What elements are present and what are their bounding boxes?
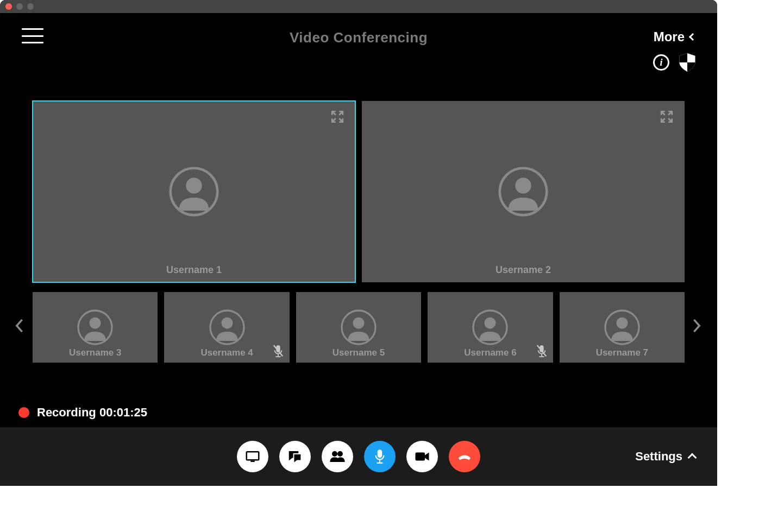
thumbnail-row: Username 3 Username 4 — [33, 292, 685, 363]
video-tile-small[interactable]: Username 5 — [296, 292, 421, 363]
participant-name: Username 2 — [362, 264, 685, 276]
shield-icon[interactable] — [679, 53, 695, 72]
microphone-icon — [372, 448, 388, 465]
hangup-icon — [456, 448, 473, 465]
window-minimize-dot[interactable] — [16, 3, 23, 10]
avatar-icon — [498, 167, 548, 217]
video-tile-small[interactable]: Username 3 — [33, 292, 158, 363]
settings-label: Settings — [635, 449, 682, 464]
svg-rect-10 — [275, 356, 280, 357]
video-tile-small[interactable]: Username 7 — [560, 292, 685, 363]
avatar-icon — [604, 309, 640, 345]
expand-icon[interactable] — [660, 110, 674, 124]
participant-name: Username 5 — [296, 347, 421, 358]
video-tile-small[interactable]: Username 6 — [428, 292, 553, 363]
share-screen-icon — [244, 448, 261, 465]
menu-button[interactable] — [22, 28, 43, 43]
nav-next-button[interactable] — [692, 318, 703, 334]
video-tile-large[interactable]: Username 1 — [33, 101, 355, 282]
avatar-icon — [169, 167, 219, 217]
window-title-bar — [0, 0, 717, 13]
chevron-left-icon — [689, 33, 697, 41]
camera-icon — [414, 448, 430, 465]
chevron-up-icon — [688, 453, 697, 463]
more-label: More — [654, 29, 685, 45]
more-button[interactable]: More — [654, 29, 695, 45]
participant-name: Username 1 — [33, 264, 355, 276]
video-tile-small[interactable]: Username 4 — [164, 292, 289, 363]
svg-point-15 — [485, 318, 496, 329]
svg-point-3 — [515, 178, 531, 193]
svg-point-7 — [221, 318, 233, 329]
nav-previous-button[interactable] — [14, 318, 25, 334]
svg-point-5 — [90, 318, 101, 329]
avatar-icon — [77, 309, 113, 345]
video-grid: Username 1 Username 2 — [33, 101, 685, 363]
microphone-button[interactable] — [364, 441, 396, 472]
participant-name: Username 7 — [560, 347, 685, 358]
control-bar: Settings — [0, 427, 717, 486]
video-tile-large[interactable]: Username 2 — [362, 101, 685, 282]
svg-rect-29 — [377, 463, 383, 464]
large-tiles-row: Username 1 Username 2 — [33, 101, 685, 282]
camera-button[interactable] — [406, 441, 438, 472]
svg-rect-17 — [541, 354, 542, 357]
hangup-button[interactable] — [449, 441, 480, 472]
participants-button[interactable] — [322, 441, 353, 472]
svg-point-13 — [353, 318, 364, 329]
participants-icon — [329, 448, 346, 465]
participant-name: Username 3 — [33, 347, 158, 358]
header: Video Conferencing More i — [0, 13, 717, 73]
svg-rect-18 — [539, 356, 544, 357]
share-screen-button[interactable] — [237, 441, 268, 472]
menu-icon — [22, 35, 43, 37]
svg-rect-24 — [247, 453, 258, 460]
svg-point-26 — [337, 451, 343, 457]
mic-muted-icon — [536, 344, 548, 358]
avatar-icon — [209, 309, 245, 345]
svg-point-1 — [186, 178, 202, 193]
chat-icon — [287, 448, 303, 465]
svg-rect-27 — [378, 449, 382, 458]
info-icon[interactable]: i — [653, 54, 669, 71]
window-maximize-dot[interactable] — [27, 3, 34, 10]
chevron-right-icon — [692, 318, 702, 333]
header-action-icons: i — [653, 53, 695, 72]
app-window: Video Conferencing More i — [0, 0, 717, 486]
mic-muted-icon — [272, 344, 284, 358]
chat-button[interactable] — [279, 441, 311, 472]
window-close-dot[interactable] — [5, 3, 12, 10]
svg-rect-28 — [379, 459, 380, 462]
chevron-left-icon — [14, 318, 24, 333]
page-title: Video Conferencing — [290, 29, 428, 46]
recording-indicator: Recording 00:01:25 — [18, 406, 147, 420]
svg-point-21 — [616, 318, 628, 329]
recording-text: Recording 00:01:25 — [37, 406, 147, 420]
svg-point-25 — [332, 451, 337, 457]
svg-rect-23 — [250, 461, 255, 463]
avatar-icon — [341, 309, 377, 345]
participant-name: Username 4 — [164, 347, 289, 358]
svg-rect-30 — [416, 453, 425, 461]
avatar-icon — [472, 309, 508, 345]
expand-icon[interactable] — [330, 110, 344, 124]
settings-button[interactable]: Settings — [635, 449, 695, 464]
menu-icon — [22, 42, 43, 43]
participant-name: Username 6 — [428, 347, 553, 358]
record-dot-icon — [18, 407, 29, 418]
svg-rect-9 — [278, 354, 279, 357]
menu-icon — [22, 28, 43, 30]
